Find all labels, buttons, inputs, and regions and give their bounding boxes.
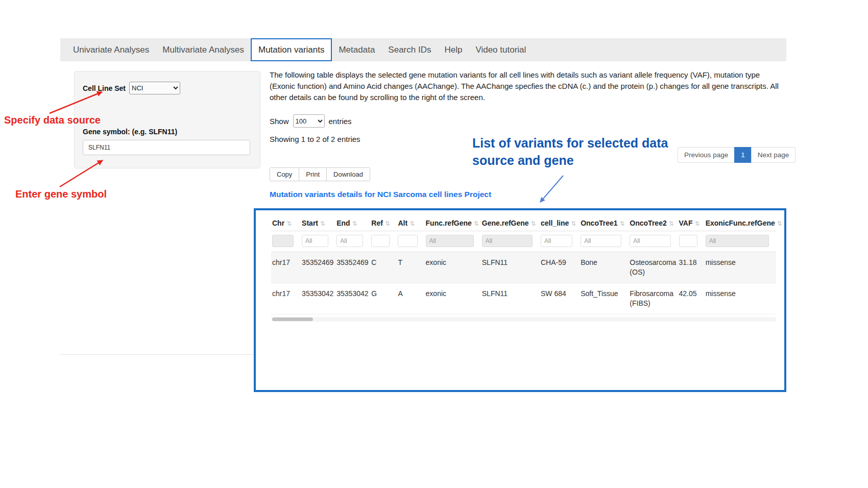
cell-chr: chr17 (271, 252, 301, 283)
sort-icon[interactable]: ⇅ (320, 220, 325, 227)
column-header-end[interactable]: End⇅ (335, 215, 370, 231)
filter-cell (678, 231, 705, 252)
column-header-vaf[interactable]: VAF⇅ (678, 215, 705, 231)
column-header-start[interactable]: Start⇅ (301, 215, 335, 231)
column-header-oncotree1[interactable]: OncoTree1⇅ (580, 215, 629, 231)
cell-start: 35352469 (301, 252, 335, 283)
tab-univariate-analyses[interactable]: Univariate Analyses (66, 38, 156, 61)
tab-metadata[interactable]: Metadata (332, 38, 381, 61)
filter-cell (370, 231, 397, 252)
column-header-gene-refgene[interactable]: Gene.refGene⇅ (481, 215, 540, 231)
export-buttons: CopyPrintDownload (270, 167, 370, 181)
filter-exonicfunc-refgene[interactable] (706, 235, 769, 247)
sort-icon[interactable]: ⇅ (385, 220, 390, 227)
cell-line-set-select[interactable]: NCI (129, 82, 180, 94)
sort-icon[interactable]: ⇅ (669, 220, 674, 227)
sort-icon[interactable]: ⇅ (474, 220, 479, 227)
filter-start[interactable] (302, 235, 328, 247)
table-row: chr173535246935352469CTexonicSLFN11CHA-5… (271, 252, 776, 283)
filter-vaf[interactable] (679, 235, 697, 247)
column-header-ref[interactable]: Ref⇅ (370, 215, 397, 231)
sort-icon[interactable]: ⇅ (695, 220, 700, 227)
filter-cell-line[interactable] (541, 235, 572, 247)
variants-table: Chr⇅Start⇅End⇅Ref⇅Alt⇅Func.refGene⇅Gene.… (271, 215, 776, 314)
column-label: Gene.refGene (482, 219, 529, 227)
annotation-variants-line2: source and gene (472, 152, 668, 169)
gene-symbol-input[interactable] (83, 140, 250, 155)
column-header-alt[interactable]: Alt⇅ (397, 215, 424, 231)
annotation-enter-gene-symbol: Enter gene symbol (15, 188, 107, 200)
tab-search-ids[interactable]: Search IDs (381, 38, 438, 61)
tab-multivariate-analyses[interactable]: Multivariate Analyses (156, 38, 251, 61)
cell-exonicfunc-refgene: missense (705, 252, 776, 283)
page-1-button[interactable]: 1 (734, 147, 752, 163)
column-header-chr[interactable]: Chr⇅ (271, 215, 301, 231)
cell-gene-refgene: SLFN11 (481, 283, 540, 314)
cell-func-refgene: exonic (425, 283, 481, 314)
tab-help[interactable]: Help (438, 38, 469, 61)
sort-icon[interactable]: ⇅ (571, 220, 576, 227)
column-header-cell-line[interactable]: cell_line⇅ (540, 215, 580, 231)
column-label: ExonicFunc.refGene (706, 219, 775, 227)
filter-cell (271, 231, 301, 252)
sort-icon[interactable]: ⇅ (777, 220, 782, 227)
cell-oncotree1: Bone (580, 252, 629, 283)
tab-video-tutorial[interactable]: Video tutorial (469, 38, 533, 61)
sort-icon[interactable]: ⇅ (409, 220, 415, 227)
cell-cell-line: SW 684 (540, 283, 580, 314)
entries-select[interactable]: 100 (293, 114, 325, 128)
cell-alt: T (397, 252, 424, 283)
filter-cell (629, 231, 678, 252)
cell-func-refgene: exonic (425, 252, 481, 283)
horizontal-scrollbar[interactable] (271, 317, 776, 322)
sort-icon[interactable]: ⇅ (620, 220, 625, 227)
copy-button[interactable]: Copy (270, 167, 299, 181)
cell-start: 35353042 (301, 283, 335, 314)
sort-icon[interactable]: ⇅ (352, 220, 357, 227)
filter-oncotree2[interactable] (630, 235, 670, 247)
cell-ref: G (370, 283, 397, 314)
next-page-button[interactable]: Next page (751, 147, 796, 163)
filter-alt[interactable] (398, 235, 417, 247)
column-label: OncoTree1 (581, 219, 617, 227)
column-label: Chr (272, 219, 284, 227)
column-header-exonicfunc-refgene[interactable]: ExonicFunc.refGene⇅ (705, 215, 776, 231)
cell-oncotree2: Osteosarcoma (OS) (629, 252, 678, 283)
filter-cell (580, 231, 629, 252)
sort-icon[interactable]: ⇅ (286, 220, 292, 227)
previous-page-button[interactable]: Previous page (678, 147, 735, 163)
sort-icon[interactable]: ⇅ (531, 220, 536, 227)
filter-func-refgene[interactable] (426, 235, 474, 247)
filter-cell (481, 231, 540, 252)
filter-chr[interactable] (272, 235, 294, 247)
column-header-func-refgene[interactable]: Func.refGene⇅ (425, 215, 481, 231)
cell-line-set-row: Cell Line Set NCI (83, 82, 252, 94)
gene-symbol-label: Gene symbol: (e.g. SLFN11) (83, 128, 252, 136)
filter-ref[interactable] (371, 235, 390, 247)
filter-end[interactable] (336, 235, 363, 247)
query-panel: Cell Line Set NCI Gene symbol: (e.g. SLF… (74, 71, 260, 168)
filter-oncotree1[interactable] (581, 235, 621, 247)
cell-end: 35352469 (335, 252, 370, 283)
annotation-variants-list: List of variants for selected data sourc… (472, 134, 668, 169)
download-button[interactable]: Download (326, 167, 370, 181)
column-label: VAF (679, 219, 693, 227)
print-button[interactable]: Print (299, 167, 327, 181)
filter-row (271, 231, 776, 252)
column-header-oncotree2[interactable]: OncoTree2⇅ (629, 215, 678, 231)
table-title-link[interactable]: Mutation variants details for NCI Sarcom… (270, 190, 491, 199)
filter-gene-refgene[interactable] (482, 235, 533, 247)
cell-gene-refgene: SLFN11 (481, 252, 540, 283)
cell-ref: C (370, 252, 397, 283)
variants-table-container: Chr⇅Start⇅End⇅Ref⇅Alt⇅Func.refGene⇅Gene.… (254, 208, 786, 392)
filter-cell (705, 231, 776, 252)
show-label: Show (270, 117, 289, 126)
cell-chr: chr17 (271, 283, 301, 314)
show-entries-control: Show 100 entries (270, 114, 352, 128)
tab-mutation-variants[interactable]: Mutation variants (251, 38, 332, 61)
filter-cell (301, 231, 335, 252)
annotation-specify-data-source: Specify data source (4, 114, 101, 126)
showing-info: Showing 1 to 2 of 2 entries (270, 135, 360, 143)
scrollbar-thumb[interactable] (272, 318, 313, 321)
cell-alt: A (397, 283, 424, 314)
